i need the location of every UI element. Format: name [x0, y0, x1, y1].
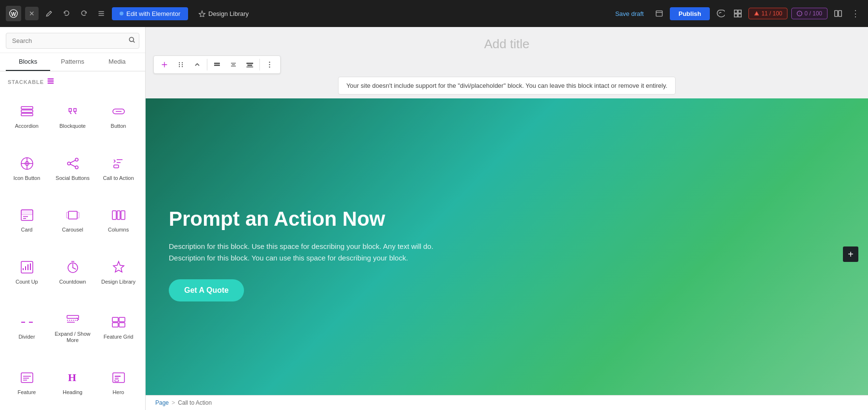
- breadcrumb: Page > Call to Action: [146, 395, 868, 410]
- svg-point-77: [182, 66, 183, 67]
- tab-media[interactable]: Media: [95, 53, 139, 71]
- svg-point-16: [129, 37, 134, 41]
- close-button[interactable]: ✕: [25, 7, 39, 20]
- accordion-icon: [18, 103, 36, 120]
- social-buttons-icon: [64, 155, 81, 172]
- svg-rect-5: [656, 11, 663, 16]
- divider-label: Divider: [18, 334, 35, 340]
- add-block-button[interactable]: +: [843, 246, 858, 262]
- svg-rect-62: [119, 323, 125, 327]
- edit-icon-button[interactable]: [42, 7, 56, 20]
- stripe-icon-button[interactable]: [714, 7, 727, 20]
- save-draft-button[interactable]: Save draft: [610, 10, 649, 17]
- more-options-button[interactable]: ⋮: [849, 7, 862, 20]
- block-item-columns[interactable]: Columns: [95, 194, 141, 246]
- editor-main: Your site doesn't include support for th…: [146, 77, 868, 410]
- block-item-feature[interactable]: Feature: [4, 356, 50, 408]
- redo-button[interactable]: [77, 7, 91, 20]
- search-wrapper: [6, 33, 139, 49]
- block-item-accordion[interactable]: Accordion: [4, 90, 50, 142]
- menu-button[interactable]: [95, 7, 108, 20]
- block-item-button[interactable]: Button: [95, 90, 141, 142]
- wordpress-logo-icon[interactable]: W: [6, 6, 21, 21]
- tab-patterns[interactable]: Patterns: [50, 53, 95, 71]
- block-item-carousel[interactable]: Carousel: [50, 194, 95, 246]
- stackable-label-text: STACKABLE: [8, 79, 44, 85]
- undo-button[interactable]: [60, 7, 73, 20]
- error-counter[interactable]: ! 11 / 100: [748, 8, 787, 19]
- carousel-label: Carousel: [62, 227, 83, 233]
- align-wide-button[interactable]: [242, 57, 258, 72]
- block-item-divider[interactable]: Divider: [4, 298, 50, 356]
- grid-icon-button[interactable]: [731, 7, 745, 20]
- svg-rect-21: [21, 107, 33, 109]
- view-button[interactable]: [652, 7, 666, 20]
- button-icon: [110, 103, 127, 120]
- toolbar-divider: [207, 59, 207, 70]
- stackable-logo-icon: [47, 77, 54, 86]
- block-type-button[interactable]: [157, 57, 172, 72]
- svg-text:H: H: [68, 371, 76, 383]
- publish-button[interactable]: Publish: [670, 7, 710, 20]
- drag-handle-button[interactable]: [173, 57, 189, 72]
- block-item-blockquote[interactable]: Blockquote: [50, 90, 95, 142]
- svg-rect-44: [117, 211, 120, 219]
- edit-with-elementor-label: Edit with Elementor: [126, 10, 180, 17]
- split-view-button[interactable]: [831, 7, 845, 20]
- block-item-social-buttons[interactable]: Social Buttons: [50, 142, 95, 194]
- warning-counter[interactable]: ! 0 / 100: [791, 8, 827, 19]
- svg-rect-7: [734, 10, 737, 13]
- design-library-label: Design Library: [208, 10, 249, 17]
- svg-text:!: !: [799, 12, 800, 15]
- breadcrumb-page-link[interactable]: Page: [155, 399, 169, 406]
- icon-button-label: Icon Button: [14, 175, 41, 181]
- tab-blocks[interactable]: Blocks: [6, 53, 50, 71]
- block-item-heading[interactable]: H Heading: [50, 356, 95, 408]
- more-block-options-button[interactable]: [262, 57, 277, 72]
- svg-rect-60: [119, 317, 125, 322]
- social-buttons-label: Social Buttons: [55, 175, 89, 181]
- hero-title: Prompt an Action Now: [169, 207, 458, 231]
- design-library-block-icon: [110, 259, 127, 276]
- heading-label: Heading: [63, 389, 82, 396]
- svg-rect-46: [21, 261, 33, 273]
- design-library-button[interactable]: Design Library: [192, 7, 256, 20]
- block-item-expand-show-more[interactable]: Expand / Show More: [50, 298, 95, 356]
- block-item-feature-grid[interactable]: Feature Grid: [95, 298, 141, 356]
- edit-with-elementor-button[interactable]: Edit with Elementor: [112, 7, 188, 20]
- block-item-count-up[interactable]: Count Up: [4, 246, 50, 298]
- notice-text: Your site doesn't include support for th…: [346, 82, 667, 89]
- editor-title-placeholder[interactable]: Add title: [484, 37, 529, 51]
- block-item-card[interactable]: Card: [4, 194, 50, 246]
- svg-rect-71: [115, 380, 119, 382]
- block-item-hero[interactable]: Hero: [95, 356, 141, 408]
- design-library-block-label: Design Library: [101, 279, 136, 285]
- align-center-button[interactable]: [226, 57, 241, 72]
- svg-rect-15: [839, 11, 841, 17]
- warning-count-label: 0 / 100: [804, 10, 822, 17]
- top-toolbar: W ✕ Edit with Elementor: [0, 0, 868, 27]
- block-item-countdown[interactable]: Countdown: [50, 246, 95, 298]
- move-up-button[interactable]: [190, 57, 205, 72]
- hero-cta-button[interactable]: Get A Quote: [169, 279, 244, 301]
- search-icon-button[interactable]: [129, 37, 136, 45]
- svg-point-86: [269, 62, 271, 63]
- svg-rect-40: [68, 211, 77, 219]
- align-default-button[interactable]: [209, 57, 225, 72]
- block-item-design-library[interactable]: Design Library: [95, 246, 141, 298]
- block-item-icon-button[interactable]: Icon Button: [4, 142, 50, 194]
- sidebar: Blocks Patterns Media STACKABLE: [0, 27, 146, 410]
- svg-rect-61: [112, 323, 118, 327]
- block-item-call-to-action[interactable]: Call to Action: [95, 142, 141, 194]
- error-count-label: 11 / 100: [761, 10, 782, 17]
- sidebar-tabs: Blocks Patterns Media: [0, 53, 145, 71]
- notice-bar: Your site doesn't include support for th…: [338, 77, 676, 95]
- columns-label: Columns: [108, 227, 129, 233]
- accordion-label: Accordion: [15, 123, 39, 129]
- count-up-label: Count Up: [15, 279, 38, 285]
- close-icon: ✕: [29, 10, 35, 17]
- expand-show-more-icon: [64, 311, 81, 328]
- svg-text:W: W: [11, 11, 16, 17]
- search-input[interactable]: [6, 33, 139, 49]
- svg-rect-84: [247, 65, 252, 66]
